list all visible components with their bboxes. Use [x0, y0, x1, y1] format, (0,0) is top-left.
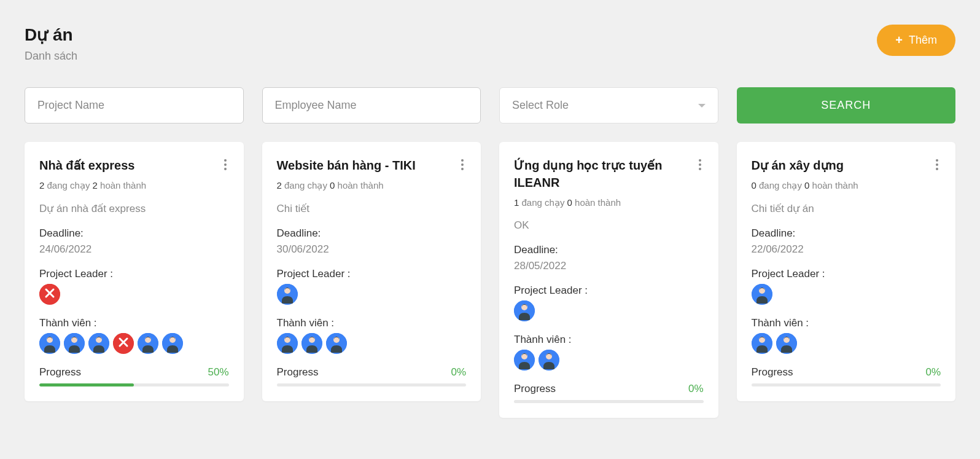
more-icon[interactable]	[459, 157, 466, 173]
leader-row	[514, 300, 704, 321]
svg-point-4	[71, 337, 77, 343]
avatar-member-0-0[interactable]	[39, 333, 60, 354]
person-icon	[138, 333, 158, 354]
progress-value: 0%	[925, 366, 941, 379]
avatar-leader-2-0[interactable]	[514, 300, 535, 321]
svg-point-9	[145, 337, 151, 343]
avatar-member-1-2[interactable]	[326, 333, 347, 354]
project-name: Nhà đất express	[39, 157, 134, 174]
members-label: Thành viên :	[514, 334, 704, 346]
members-label: Thành viên :	[277, 317, 467, 329]
person-icon	[277, 333, 298, 354]
project-name: Ứng dụng học trực tuyến ILEANR	[514, 157, 696, 191]
header-left: Dự án Danh sách	[25, 25, 77, 63]
deadline-label: Deadline:	[39, 227, 229, 240]
progress-row: Progress 0%	[514, 383, 704, 395]
person-icon	[301, 333, 322, 354]
progress-bar	[752, 383, 941, 386]
svg-point-31	[784, 337, 790, 343]
members-row	[752, 333, 941, 354]
employee-name-input[interactable]	[262, 87, 481, 124]
project-description: Dự án nhà đất express	[39, 202, 229, 215]
avatar-leader-3-0[interactable]	[752, 284, 772, 305]
project-status: 1 đang chạy 0 hoàn thành	[514, 197, 704, 208]
progress-value: 0%	[451, 366, 466, 379]
card-header: Ứng dụng học trực tuyến ILEANR	[514, 157, 704, 191]
person-icon	[752, 284, 772, 305]
svg-point-13	[284, 288, 290, 294]
person-icon	[539, 350, 559, 371]
person-icon	[776, 333, 797, 354]
search-button[interactable]: SEARCH	[737, 87, 956, 124]
person-icon	[277, 284, 298, 305]
members-row	[39, 333, 229, 354]
svg-point-19	[333, 337, 340, 343]
project-description: Chi tiết dự án	[752, 202, 941, 215]
filter-row: Select Role SEARCH	[25, 87, 955, 124]
projects-grid: Nhà đất express 2 đang chạy 2 hoàn thành…	[25, 142, 955, 418]
leader-row	[277, 284, 467, 305]
progress-bar	[514, 400, 704, 403]
avatar-member-0-3[interactable]	[113, 333, 134, 354]
svg-point-29	[759, 337, 765, 343]
deadline-value: 28/05/2022	[514, 260, 704, 272]
deadline-value: 30/06/2022	[277, 243, 467, 256]
project-name-input[interactable]	[25, 87, 244, 124]
svg-point-25	[546, 353, 552, 359]
project-name: Dự án xây dựng	[752, 157, 844, 174]
progress-value: 0%	[688, 383, 704, 395]
chevron-down-icon	[698, 104, 706, 108]
progress-label: Progress	[277, 366, 319, 379]
progress-label: Progress	[752, 366, 793, 379]
svg-point-23	[521, 353, 527, 359]
avatar-member-0-2[interactable]	[88, 333, 109, 354]
page-subtitle: Danh sách	[25, 50, 77, 63]
svg-point-11	[169, 337, 176, 343]
person-icon	[514, 300, 535, 321]
role-select[interactable]: Select Role	[499, 87, 718, 124]
add-button[interactable]: + Thêm	[877, 25, 955, 56]
more-icon[interactable]	[696, 157, 704, 173]
card-header: Dự án xây dựng	[752, 157, 941, 174]
page-header: Dự án Danh sách + Thêm	[25, 25, 955, 63]
person-icon	[752, 333, 772, 354]
leader-label: Project Leader :	[514, 284, 704, 297]
project-description: Chi tiết	[277, 202, 467, 215]
deadline-value: 22/06/2022	[752, 243, 941, 256]
avatar-member-0-1[interactable]	[64, 333, 85, 354]
leader-label: Project Leader :	[39, 268, 229, 280]
progress-row: Progress 0%	[277, 366, 467, 379]
progress-label: Progress	[514, 383, 556, 395]
avatar-member-3-0[interactable]	[752, 333, 772, 354]
project-status: 2 đang chạy 2 hoàn thành	[39, 180, 229, 191]
avatar-member-0-5[interactable]	[162, 333, 183, 354]
person-icon	[162, 333, 183, 354]
deadline-label: Deadline:	[514, 244, 704, 256]
avatar-leader-0-0[interactable]	[39, 284, 60, 305]
page-title: Dự án	[25, 25, 77, 45]
project-name: Website bán hàng - TIKI	[277, 157, 416, 174]
leader-row	[39, 284, 229, 305]
role-select-placeholder: Select Role	[512, 99, 569, 112]
progress-label: Progress	[39, 366, 81, 379]
avatar-member-1-1[interactable]	[301, 333, 322, 354]
error-icon	[113, 333, 134, 354]
project-card: Website bán hàng - TIKI 2 đang chạy 0 ho…	[262, 142, 481, 401]
more-icon[interactable]	[933, 157, 941, 173]
leader-row	[752, 284, 941, 305]
avatar-member-1-0[interactable]	[277, 333, 298, 354]
progress-bar	[39, 383, 229, 386]
avatar-member-0-4[interactable]	[138, 333, 158, 354]
avatar-leader-1-0[interactable]	[277, 284, 298, 305]
svg-point-6	[96, 337, 102, 343]
svg-point-15	[284, 337, 290, 343]
more-icon[interactable]	[222, 157, 229, 173]
deadline-label: Deadline:	[277, 227, 467, 240]
leader-label: Project Leader :	[277, 268, 467, 280]
avatar-member-2-0[interactable]	[514, 350, 535, 371]
project-description: OK	[514, 219, 704, 232]
avatar-member-3-1[interactable]	[776, 333, 797, 354]
add-button-label: Thêm	[909, 34, 937, 47]
progress-row: Progress 0%	[752, 366, 941, 379]
avatar-member-2-1[interactable]	[539, 350, 559, 371]
